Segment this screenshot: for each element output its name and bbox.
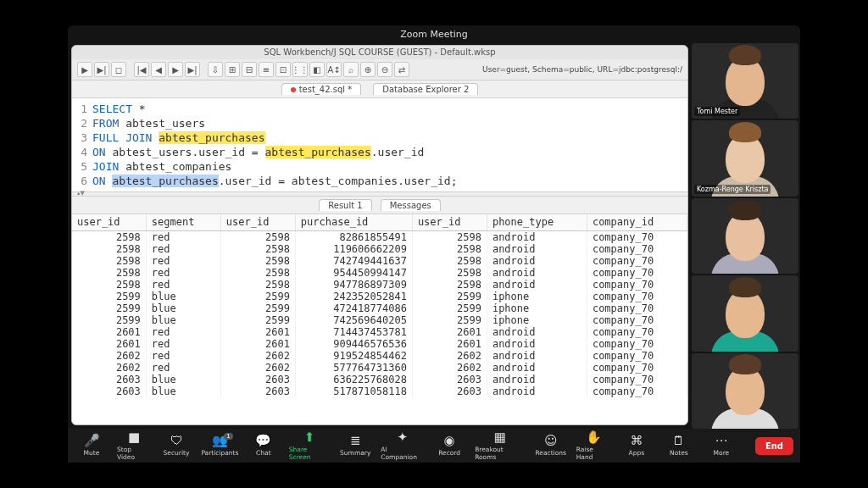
zoom-toolbar: 🎤Mute■Stop Video🛡Security👥Participants1💬… [68,429,800,463]
zoom-body: SQL Workbench/J SQL COURSE (GUEST) - Def… [68,42,800,429]
button-label: Breakout Rooms [475,446,526,461]
ai-companion-button[interactable]: ✦AI Companion [381,431,424,461]
record-button[interactable]: ◉Record [432,435,466,457]
participant-tile[interactable] [692,353,798,429]
stop-button[interactable]: ◻ [111,62,126,77]
sql-editor[interactable]: 1SELECT *2FROM abtest_users3FULL JOIN ab… [72,98,687,191]
button-label: Raise Hand [576,446,611,461]
button-label: Chat [256,449,271,457]
security-icon: 🛡 [170,435,183,447]
security-button[interactable]: 🛡Security [159,435,193,457]
column-header[interactable]: user_id [412,214,487,231]
button-label: Reactions [535,449,565,457]
tool-button[interactable]: ⌕ [343,62,359,77]
rollback-button[interactable]: ⊞ [225,62,240,77]
button-label: Summary [340,449,370,457]
breakout-button[interactable]: ▦Breakout Rooms [475,431,526,461]
table-row[interactable]: 2598red25989477868973092598androidcompan… [72,279,687,291]
column-header[interactable]: user_id [220,214,295,231]
notes-button[interactable]: 🗒Notes [662,435,696,457]
next-button[interactable]: ▶ [168,62,183,77]
table-row[interactable]: 2601red26019094465765362601androidcompan… [72,338,687,350]
reactions-button[interactable]: ☺Reactions [534,435,568,457]
column-header[interactable]: phone_type [487,214,587,231]
table-row[interactable]: 2598red25981196066622092598androidcompan… [72,243,687,255]
table-row[interactable]: 2599blue25997425696402052599iphonecompan… [72,314,687,326]
tool-button[interactable]: ◧ [309,62,325,77]
button-label: Share Screen [289,446,330,461]
tab-label: Database Explorer 2 [382,85,469,94]
tool-button[interactable]: ≡ [259,62,274,77]
participants-button[interactable]: 👥Participants1 [202,435,238,457]
tool-button[interactable]: A↕ [326,62,342,77]
prev-button[interactable]: ◀ [151,62,166,77]
participant-tile[interactable]: Kozma-Renge Kriszta [692,120,798,196]
stop-video-icon: ■ [128,431,140,444]
participant-name: Kozma-Renge Kriszta [694,185,771,194]
tab-result-1[interactable]: Result 1 [319,199,371,211]
app-title: SQL Workbench/J SQL COURSE (GUEST) - Def… [72,47,687,59]
table-row[interactable]: 2603blue26036362257680282603androidcompa… [72,374,687,385]
table-row[interactable]: 2602red26029195248544622602androidcompan… [72,350,687,362]
modified-icon [291,87,296,92]
shared-screen-area: SQL Workbench/J SQL COURSE (GUEST) - Def… [68,42,692,429]
tool-button[interactable]: ⇄ [394,62,409,77]
button-label: Mute [84,449,100,457]
result-tabs: Result 1 Messages [72,197,687,214]
column-header[interactable]: company_id [587,214,687,231]
commit-button[interactable]: ⇩ [208,62,223,77]
participant-tile[interactable] [692,275,798,351]
participant-name: Tomi Mester [694,107,740,116]
tool-button[interactable]: ⊖ [377,62,392,77]
tab-label: test_42.sql * [299,85,353,94]
tool-button[interactable]: ⋮⋮ [292,62,308,77]
raise-hand-button[interactable]: ✋Raise Hand [576,431,611,461]
table-row[interactable]: 2598red25987427494416372598androidcompan… [72,255,687,267]
result-grid[interactable]: user_idsegmentuser_idpurchase_iduser_idp… [72,214,687,424]
stop-video-button[interactable]: ■Stop Video [117,431,151,461]
end-button[interactable]: End [755,437,793,455]
mute-icon: 🎤 [84,435,100,447]
chat-button[interactable]: 💬Chat [247,435,281,457]
tab-messages[interactable]: Messages [381,199,441,211]
share-screen-button[interactable]: ⬆Share Screen [289,431,330,461]
button-label: AI Companion [381,446,424,461]
tool-button[interactable]: ⊡ [275,62,291,77]
mute-button[interactable]: 🎤Mute [75,435,108,457]
run-step-button[interactable]: ▶| [94,62,109,77]
column-header[interactable]: user_id [72,214,146,231]
summary-icon: ≣ [350,435,361,447]
summary-button[interactable]: ≣Summary [338,435,372,457]
button-label: Apps [629,449,645,457]
participant-tile[interactable]: Tomi Mester [692,43,798,119]
first-button[interactable]: |◀ [134,62,149,77]
record-icon: ◉ [444,435,455,447]
notes-icon: 🗒 [672,435,685,447]
run-button[interactable]: ▶ [77,62,92,77]
table-row[interactable]: 2602red26025777647313602602androidcompan… [72,362,687,374]
more-icon: ⋯ [715,435,727,447]
table-row[interactable]: 2603blue26035178710581182603androidcompa… [72,385,687,397]
app-toolbar: ▶ ▶| ◻ |◀ ◀ ▶ ▶| ⇩ ⊞ ⊟ ≡ ⊡ ⋮⋮ ◧ A↕ [72,59,687,80]
last-button[interactable]: ▶| [185,62,200,77]
grid-button[interactable]: ⊟ [242,62,257,77]
column-header[interactable]: purchase_id [295,214,412,231]
participant-tile[interactable] [692,198,798,274]
participant-strip: Tomi MesterKozma-Renge Kriszta [692,42,800,429]
more-button[interactable]: ⋯More [704,435,738,457]
apps-button[interactable]: ⌘Apps [620,435,654,457]
connection-info: User=guest, Schema=public, URL=jdbc:post… [477,65,682,74]
tab-file[interactable]: test_42.sql * [281,83,362,95]
button-label: Stop Video [117,446,151,461]
chat-icon: 💬 [255,435,271,447]
table-row[interactable]: 2599blue25992423520528412599iphonecompan… [72,291,687,302]
splitter[interactable] [72,191,687,197]
tab-db-explorer[interactable]: Database Explorer 2 [373,83,478,95]
table-row[interactable]: 2598red25989544509941472598androidcompan… [72,267,687,279]
column-header[interactable]: segment [146,214,220,231]
table-row[interactable]: 2599blue25994724187740862599iphonecompan… [72,302,687,314]
table-row[interactable]: 2601red26017144374537812601androidcompan… [72,326,687,338]
tool-button[interactable]: ⊕ [360,62,376,77]
table-row[interactable]: 2598red2598828618554912598androidcompany… [72,231,687,244]
button-label: Notes [670,449,688,457]
